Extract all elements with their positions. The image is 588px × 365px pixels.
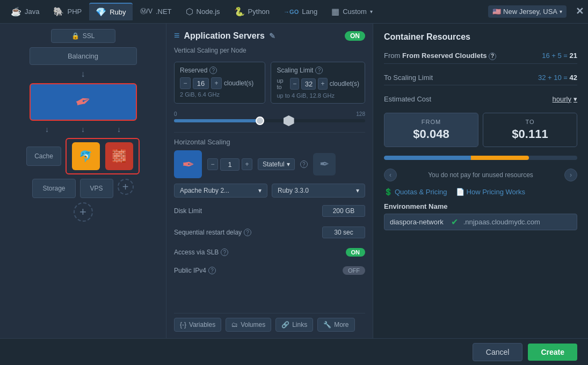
- tab-bar: ☕ Java 🐘 PHP 💎 Ruby Ⓜ/V .NET ⬡ Node.js 🐍…: [0, 0, 588, 24]
- app-servers-panel: ≡ Application Servers ✎ ON Vertical Scal…: [166, 24, 373, 338]
- scaling-limit-box: Scaling Limit ? up to − 32 + cloudlet(s)…: [271, 62, 365, 104]
- balancing-button[interactable]: Balancing: [30, 47, 137, 65]
- env-name-value[interactable]: diaspora-network: [384, 214, 449, 230]
- count-increase-button[interactable]: +: [242, 158, 252, 170]
- scaling-help-icon[interactable]: ?: [315, 67, 323, 74]
- ruby-node[interactable]: ✒: [30, 83, 137, 121]
- restart-delay-row: Sequential restart delay ? 30 sec: [174, 224, 365, 240]
- tab-ruby[interactable]: 💎 Ruby: [89, 3, 132, 20]
- scaling-resource-label: To Scaling Limit: [384, 74, 433, 82]
- scaling-row: Reserved ? − 16 + cloudlet(s) 2 GiB, 6.4…: [174, 62, 365, 104]
- tab-lang[interactable]: →GO Lang: [277, 4, 324, 19]
- volumes-icon: 🗂: [231, 321, 238, 328]
- chevron-down-icon: ▾: [560, 9, 562, 14]
- ipv4-toggle[interactable]: OFF: [343, 266, 365, 275]
- quotas-pricing-link[interactable]: 💲 Quotas & Pricing: [384, 188, 447, 196]
- variables-icon: {-}: [180, 321, 186, 328]
- unused-text: You do not pay for unused resources: [400, 171, 561, 179]
- vertical-scaling-label: Vertical Scaling per Node: [174, 47, 365, 54]
- ipv4-row: Public IPv4 ? OFF: [174, 264, 365, 277]
- edit-icon[interactable]: ✎: [269, 32, 275, 40]
- region-selector[interactable]: 🇺🇸 New Jersey, USA ▾: [488, 5, 567, 18]
- scaling-decrease-button[interactable]: −: [290, 78, 299, 90]
- scaling-increase-button[interactable]: +: [318, 78, 327, 90]
- mysql-icon[interactable]: 🐬: [72, 142, 100, 170]
- reserved-resource-row: From From Reserved Cloudlets ? 16 + 5 = …: [384, 48, 577, 64]
- flag-icon: 🇺🇸: [492, 8, 501, 16]
- custom-icon: ▦: [331, 6, 339, 17]
- slider-reserved-handle[interactable]: [256, 116, 264, 125]
- reserved-box: Reserved ? − 16 + cloudlet(s) 2 GiB, 6.4…: [174, 62, 265, 104]
- tab-java[interactable]: ☕ Java: [4, 3, 46, 20]
- slider-track: [174, 119, 365, 122]
- resources-panel: Container Resources From From Reserved C…: [373, 24, 588, 338]
- pricing-links-row: 💲 Quotas & Pricing 📄 How Pricing Works: [384, 188, 577, 196]
- scaling-resource-row: To Scaling Limit 32 + 10 = 42: [384, 70, 577, 85]
- python-icon: 🐍: [234, 6, 245, 17]
- create-button[interactable]: Create: [528, 344, 577, 361]
- redis-icon[interactable]: 🧱: [105, 142, 133, 170]
- cloudlets-slider[interactable]: 0 128: [174, 111, 365, 125]
- reserved-increase-button[interactable]: +: [211, 77, 222, 89]
- ipv4-help-icon[interactable]: ?: [208, 267, 216, 274]
- slb-label: Access via SLB ?: [174, 249, 228, 256]
- add-layer-button[interactable]: +: [74, 202, 93, 222]
- link-icon: 🔗: [281, 321, 289, 328]
- cancel-button[interactable]: Cancel: [473, 343, 523, 361]
- tab-net[interactable]: Ⓜ/V .NET: [134, 4, 178, 19]
- count-decrease-button[interactable]: −: [207, 158, 218, 170]
- restart-help-icon[interactable]: ?: [244, 229, 251, 236]
- stateful-help-icon[interactable]: ?: [300, 160, 308, 168]
- slb-toggle[interactable]: ON: [346, 248, 366, 257]
- tab-php[interactable]: 🐘 PHP: [47, 3, 88, 20]
- vps-button[interactable]: VPS: [80, 179, 113, 198]
- cost-row: Estimated Cost hourly ▾: [384, 92, 577, 106]
- cost-period-dropdown[interactable]: hourly ▾: [553, 95, 577, 103]
- slider-scaling-handle[interactable]: [284, 115, 294, 126]
- tab-python[interactable]: 🐍 Python: [228, 3, 276, 20]
- on-badge[interactable]: ON: [345, 31, 365, 41]
- reserved-resource-help[interactable]: ?: [489, 53, 496, 60]
- horiz-row: ✒ − 1 + Stateful ▾ ? ✒: [174, 150, 365, 178]
- footer: Cancel Create: [0, 338, 588, 365]
- reserved-help-icon[interactable]: ?: [209, 67, 217, 74]
- volumes-button[interactable]: 🗂 Volumes: [226, 318, 271, 332]
- ssl-button[interactable]: 🔒 SSL: [51, 29, 115, 43]
- java-icon: ☕: [11, 6, 21, 17]
- tab-custom[interactable]: ▦ Custom ▾: [325, 3, 379, 20]
- doc-icon: 📄: [456, 188, 464, 196]
- node-icon: ✒: [174, 150, 202, 178]
- lang-icon: →GO: [284, 9, 299, 15]
- ruby-version-dropdown[interactable]: Ruby 3.3.0 ▾: [272, 184, 365, 198]
- resources-title: Container Resources: [384, 32, 577, 42]
- from-price: $0.048: [392, 127, 470, 141]
- db-row: 🐬 🧱: [66, 138, 140, 174]
- variables-button[interactable]: {-} Variables: [174, 318, 221, 332]
- how-pricing-link[interactable]: 📄 How Pricing Works: [456, 188, 526, 196]
- restart-label: Sequential restart delay ?: [174, 229, 251, 236]
- links-button[interactable]: 🔗 Links: [275, 318, 313, 332]
- ruby-icon: 💎: [96, 7, 106, 17]
- progress-bar-fill: [384, 156, 529, 160]
- unused-row: ‹ You do not pay for unused resources ›: [384, 169, 577, 181]
- slb-help-icon[interactable]: ?: [221, 249, 228, 256]
- horizontal-scaling-label: Horizontal Scaling: [174, 138, 365, 146]
- add-node-button[interactable]: +: [118, 179, 134, 195]
- lock-icon: 🔒: [71, 32, 79, 40]
- more-button[interactable]: 🔧 More: [317, 318, 354, 332]
- to-price: $0.111: [491, 127, 569, 141]
- reserved-decrease-button[interactable]: −: [180, 77, 191, 89]
- cache-button[interactable]: Cache: [26, 147, 61, 166]
- server-row: Apache Ruby 2... ▾ Ruby 3.3.0 ▾: [174, 184, 365, 198]
- reserved-resource-calc: 16 + 5 = 21: [542, 52, 577, 60]
- prev-arrow-button[interactable]: ‹: [384, 169, 397, 181]
- next-arrow-button[interactable]: ›: [564, 169, 577, 181]
- reserved-value: 16: [193, 78, 209, 89]
- env-domain-suffix: .nnjpaas.cloudmydc.com: [460, 214, 543, 230]
- storage-button[interactable]: Storage: [32, 179, 75, 198]
- tab-nodejs[interactable]: ⬡ Node.js: [179, 3, 227, 20]
- scaling-mem-info: up to 4 GiB, 12.8 GHz: [277, 92, 359, 99]
- stateful-dropdown[interactable]: Stateful ▾: [258, 158, 295, 170]
- server-type-dropdown[interactable]: Apache Ruby 2... ▾: [174, 184, 267, 198]
- close-button[interactable]: ✕: [576, 5, 584, 17]
